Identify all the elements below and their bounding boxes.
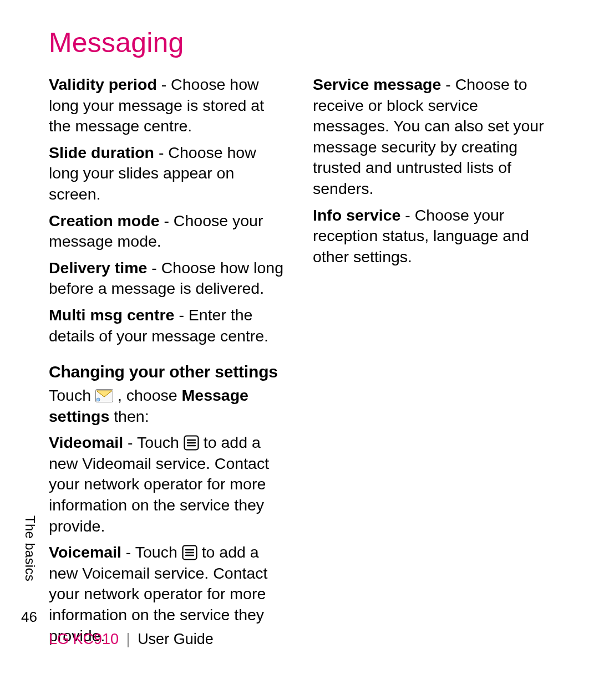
text-pre: - Touch [121,543,182,561]
setting-delivery-time: Delivery time - Choose how long before a… [49,258,286,299]
term-label: Info service [313,206,400,224]
right-column: Service message - Choose to receive or b… [313,74,550,652]
svg-point-1 [97,398,100,401]
setting-info-service: Info service - Choose your reception sta… [313,205,550,268]
term-label: Slide duration [49,144,154,161]
term-label: Delivery time [49,259,147,277]
setting-validity-period: Validity period - Choose how long your m… [49,74,286,137]
text-post: then: [109,407,149,425]
list-icon [184,435,199,451]
envelope-icon [95,387,113,400]
instruction-touch-message-settings: Touch , choose Message settings then: [49,385,286,427]
footer-guide: User Guide [138,631,214,647]
footer-separator: | [126,631,130,647]
text-mid: , choose [113,386,182,404]
section-tab: The basics [22,515,38,581]
setting-multi-msg-centre: Multi msg centre - Enter the details of … [49,305,286,346]
term-label: Creation mode [49,212,160,229]
term-label: Voicemail [49,543,121,561]
setting-service-message: Service message - Choose to receive or b… [313,74,550,200]
term-desc: - Choose to receive or block service mes… [313,75,544,197]
text-pre: - Touch [123,433,184,451]
setting-videomail: Videomail - Touch to add a new Videomail… [49,432,286,537]
term-label: Videomail [49,433,123,451]
term-label: Multi msg centre [49,306,174,324]
subheading-other-settings: Changing your other settings [49,361,286,383]
left-column: Validity period - Choose how long your m… [49,74,286,652]
term-label: Validity period [49,75,157,93]
content-columns: Validity period - Choose how long your m… [49,74,550,652]
setting-slide-duration: Slide duration - Choose how long your sl… [49,142,286,205]
list-icon [182,545,197,560]
text-pre: Touch [49,386,95,404]
term-label: Service message [313,75,441,93]
footer-model: LG KC910 [49,631,119,647]
manual-page: Messaging Validity period - Choose how l… [0,0,599,700]
setting-creation-mode: Creation mode - Choose your message mode… [49,211,286,252]
page-title: Messaging [49,27,550,59]
footer: LG KC910 | User Guide [49,631,214,648]
page-number: 46 [21,609,37,626]
